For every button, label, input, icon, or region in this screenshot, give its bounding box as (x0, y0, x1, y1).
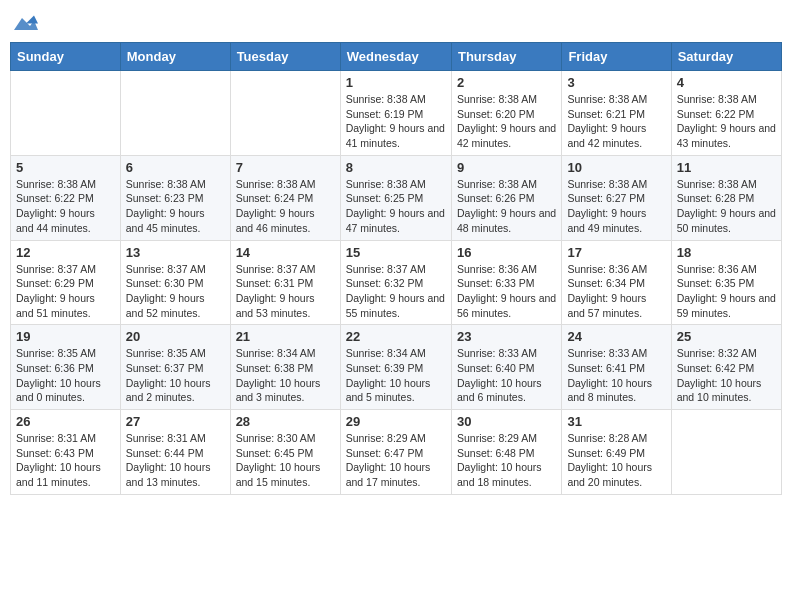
weekday-header: Wednesday (340, 43, 451, 71)
day-info: Sunrise: 8:37 AMSunset: 6:31 PMDaylight:… (236, 263, 316, 319)
day-info: Sunrise: 8:34 AMSunset: 6:39 PMDaylight:… (346, 347, 431, 403)
calendar-week-row: 26 Sunrise: 8:31 AMSunset: 6:43 PMDaylig… (11, 410, 782, 495)
calendar-day-cell: 31 Sunrise: 8:28 AMSunset: 6:49 PMDaylig… (562, 410, 671, 495)
day-info: Sunrise: 8:38 AMSunset: 6:22 PMDaylight:… (677, 93, 776, 149)
calendar-day-cell (120, 71, 230, 156)
day-number: 12 (16, 245, 115, 260)
day-info: Sunrise: 8:29 AMSunset: 6:48 PMDaylight:… (457, 432, 542, 488)
day-number: 27 (126, 414, 225, 429)
day-number: 22 (346, 329, 446, 344)
day-number: 13 (126, 245, 225, 260)
calendar-day-cell: 1 Sunrise: 8:38 AMSunset: 6:19 PMDayligh… (340, 71, 451, 156)
calendar-day-cell (671, 410, 781, 495)
day-number: 4 (677, 75, 776, 90)
calendar-week-row: 12 Sunrise: 8:37 AMSunset: 6:29 PMDaylig… (11, 240, 782, 325)
logo-icon (14, 14, 38, 34)
calendar-day-cell: 21 Sunrise: 8:34 AMSunset: 6:38 PMDaylig… (230, 325, 340, 410)
day-info: Sunrise: 8:28 AMSunset: 6:49 PMDaylight:… (567, 432, 652, 488)
weekday-header: Friday (562, 43, 671, 71)
day-number: 14 (236, 245, 335, 260)
weekday-header: Thursday (451, 43, 561, 71)
day-info: Sunrise: 8:38 AMSunset: 6:23 PMDaylight:… (126, 178, 206, 234)
day-info: Sunrise: 8:37 AMSunset: 6:32 PMDaylight:… (346, 263, 445, 319)
page-header (10, 10, 782, 34)
day-number: 19 (16, 329, 115, 344)
calendar-day-cell: 19 Sunrise: 8:35 AMSunset: 6:36 PMDaylig… (11, 325, 121, 410)
day-number: 2 (457, 75, 556, 90)
day-number: 18 (677, 245, 776, 260)
day-info: Sunrise: 8:36 AMSunset: 6:33 PMDaylight:… (457, 263, 556, 319)
day-info: Sunrise: 8:33 AMSunset: 6:40 PMDaylight:… (457, 347, 542, 403)
day-number: 8 (346, 160, 446, 175)
day-info: Sunrise: 8:38 AMSunset: 6:28 PMDaylight:… (677, 178, 776, 234)
calendar-day-cell: 6 Sunrise: 8:38 AMSunset: 6:23 PMDayligh… (120, 155, 230, 240)
calendar-day-cell: 3 Sunrise: 8:38 AMSunset: 6:21 PMDayligh… (562, 71, 671, 156)
calendar-week-row: 19 Sunrise: 8:35 AMSunset: 6:36 PMDaylig… (11, 325, 782, 410)
calendar-day-cell: 18 Sunrise: 8:36 AMSunset: 6:35 PMDaylig… (671, 240, 781, 325)
day-info: Sunrise: 8:36 AMSunset: 6:35 PMDaylight:… (677, 263, 776, 319)
calendar-day-cell: 26 Sunrise: 8:31 AMSunset: 6:43 PMDaylig… (11, 410, 121, 495)
calendar-day-cell: 12 Sunrise: 8:37 AMSunset: 6:29 PMDaylig… (11, 240, 121, 325)
calendar-day-cell: 15 Sunrise: 8:37 AMSunset: 6:32 PMDaylig… (340, 240, 451, 325)
calendar-week-row: 5 Sunrise: 8:38 AMSunset: 6:22 PMDayligh… (11, 155, 782, 240)
day-info: Sunrise: 8:32 AMSunset: 6:42 PMDaylight:… (677, 347, 762, 403)
day-info: Sunrise: 8:29 AMSunset: 6:47 PMDaylight:… (346, 432, 431, 488)
calendar-header-row: SundayMondayTuesdayWednesdayThursdayFrid… (11, 43, 782, 71)
day-number: 29 (346, 414, 446, 429)
calendar-day-cell: 17 Sunrise: 8:36 AMSunset: 6:34 PMDaylig… (562, 240, 671, 325)
calendar-day-cell: 14 Sunrise: 8:37 AMSunset: 6:31 PMDaylig… (230, 240, 340, 325)
weekday-header: Sunday (11, 43, 121, 71)
calendar-day-cell (230, 71, 340, 156)
day-info: Sunrise: 8:38 AMSunset: 6:24 PMDaylight:… (236, 178, 316, 234)
day-number: 5 (16, 160, 115, 175)
calendar-day-cell: 28 Sunrise: 8:30 AMSunset: 6:45 PMDaylig… (230, 410, 340, 495)
calendar-day-cell: 2 Sunrise: 8:38 AMSunset: 6:20 PMDayligh… (451, 71, 561, 156)
calendar-day-cell: 30 Sunrise: 8:29 AMSunset: 6:48 PMDaylig… (451, 410, 561, 495)
day-number: 1 (346, 75, 446, 90)
calendar-day-cell: 22 Sunrise: 8:34 AMSunset: 6:39 PMDaylig… (340, 325, 451, 410)
day-info: Sunrise: 8:35 AMSunset: 6:36 PMDaylight:… (16, 347, 101, 403)
weekday-header: Saturday (671, 43, 781, 71)
day-number: 17 (567, 245, 665, 260)
day-info: Sunrise: 8:37 AMSunset: 6:30 PMDaylight:… (126, 263, 206, 319)
day-number: 3 (567, 75, 665, 90)
calendar-day-cell: 24 Sunrise: 8:33 AMSunset: 6:41 PMDaylig… (562, 325, 671, 410)
day-info: Sunrise: 8:36 AMSunset: 6:34 PMDaylight:… (567, 263, 647, 319)
weekday-header: Monday (120, 43, 230, 71)
calendar-day-cell: 16 Sunrise: 8:36 AMSunset: 6:33 PMDaylig… (451, 240, 561, 325)
day-number: 30 (457, 414, 556, 429)
day-number: 20 (126, 329, 225, 344)
calendar-day-cell: 23 Sunrise: 8:33 AMSunset: 6:40 PMDaylig… (451, 325, 561, 410)
calendar-day-cell: 7 Sunrise: 8:38 AMSunset: 6:24 PMDayligh… (230, 155, 340, 240)
calendar-day-cell: 11 Sunrise: 8:38 AMSunset: 6:28 PMDaylig… (671, 155, 781, 240)
day-number: 31 (567, 414, 665, 429)
calendar-day-cell (11, 71, 121, 156)
calendar-day-cell: 10 Sunrise: 8:38 AMSunset: 6:27 PMDaylig… (562, 155, 671, 240)
day-number: 15 (346, 245, 446, 260)
day-info: Sunrise: 8:38 AMSunset: 6:27 PMDaylight:… (567, 178, 647, 234)
calendar-day-cell: 5 Sunrise: 8:38 AMSunset: 6:22 PMDayligh… (11, 155, 121, 240)
calendar-day-cell: 20 Sunrise: 8:35 AMSunset: 6:37 PMDaylig… (120, 325, 230, 410)
day-number: 21 (236, 329, 335, 344)
day-info: Sunrise: 8:38 AMSunset: 6:21 PMDaylight:… (567, 93, 647, 149)
day-info: Sunrise: 8:38 AMSunset: 6:25 PMDaylight:… (346, 178, 445, 234)
day-number: 11 (677, 160, 776, 175)
calendar-day-cell: 4 Sunrise: 8:38 AMSunset: 6:22 PMDayligh… (671, 71, 781, 156)
calendar-day-cell: 27 Sunrise: 8:31 AMSunset: 6:44 PMDaylig… (120, 410, 230, 495)
day-number: 7 (236, 160, 335, 175)
day-number: 10 (567, 160, 665, 175)
day-number: 24 (567, 329, 665, 344)
calendar-day-cell: 25 Sunrise: 8:32 AMSunset: 6:42 PMDaylig… (671, 325, 781, 410)
calendar-day-cell: 8 Sunrise: 8:38 AMSunset: 6:25 PMDayligh… (340, 155, 451, 240)
calendar-day-cell: 9 Sunrise: 8:38 AMSunset: 6:26 PMDayligh… (451, 155, 561, 240)
weekday-header: Tuesday (230, 43, 340, 71)
day-number: 26 (16, 414, 115, 429)
svg-marker-1 (26, 16, 38, 24)
day-info: Sunrise: 8:31 AMSunset: 6:43 PMDaylight:… (16, 432, 101, 488)
day-info: Sunrise: 8:33 AMSunset: 6:41 PMDaylight:… (567, 347, 652, 403)
day-number: 6 (126, 160, 225, 175)
day-info: Sunrise: 8:38 AMSunset: 6:19 PMDaylight:… (346, 93, 445, 149)
day-info: Sunrise: 8:34 AMSunset: 6:38 PMDaylight:… (236, 347, 321, 403)
calendar-week-row: 1 Sunrise: 8:38 AMSunset: 6:19 PMDayligh… (11, 71, 782, 156)
day-number: 23 (457, 329, 556, 344)
